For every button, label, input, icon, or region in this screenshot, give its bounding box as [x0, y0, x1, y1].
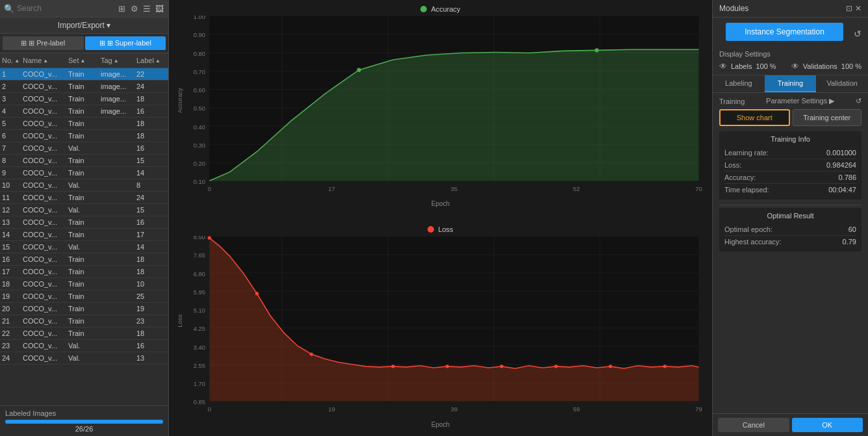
table-row[interactable]: 21 COCO_v... Train 23	[0, 315, 168, 327]
close-icon[interactable]: ✕	[855, 4, 862, 13]
loss-value: 0.984264	[826, 161, 856, 169]
left-panel: 🔍 ⊞ ⚙ ☰ 🖼 Import/Export ▾ ⊞ ⊞ Pre-label …	[0, 0, 169, 436]
table-row[interactable]: 7 COCO_v... Val. 16	[0, 142, 168, 155]
table-row[interactable]: 5 COCO_v... Train 18	[0, 118, 168, 130]
progress-bar	[5, 420, 163, 424]
loss-chart-area: 8.50 7.65 6.80 5.95 5.10 4.25 3.40 2.55 …	[175, 236, 706, 419]
svg-text:6.80: 6.80	[194, 270, 205, 277]
training-section: Training Parameter Settings ▶ ↺ Show cha…	[713, 93, 868, 261]
validations-text: Validations	[803, 62, 837, 70]
table-row[interactable]: 2 COCO_v... Train image... 24	[0, 81, 168, 93]
loss-chart-container: Loss 8.50 7.65 6.80 5.95 5.10 4.25 3.40	[169, 220, 712, 436]
svg-text:Accuracy: Accuracy	[176, 88, 183, 113]
validations-pct: 100 %	[841, 62, 862, 70]
table-row[interactable]: 17 COCO_v... Train 18	[0, 266, 168, 278]
import-export-bar[interactable]: Import/Export ▾	[0, 18, 168, 34]
show-chart-button[interactable]: Show chart	[719, 109, 790, 126]
svg-text:0.60: 0.60	[194, 86, 205, 94]
parameter-settings[interactable]: Parameter Settings ▶	[766, 97, 834, 105]
svg-text:39: 39	[451, 405, 457, 413]
search-icon: 🔍	[4, 4, 14, 14]
time-elapsed-label: Time elapsed:	[724, 186, 769, 194]
col-header-no[interactable]: No.▲	[0, 55, 21, 66]
table-row[interactable]: 8 COCO_v... Train 15	[0, 155, 168, 167]
maximize-icon[interactable]: ⊡	[846, 4, 852, 13]
table-row[interactable]: 12 COCO_v... Val. 15	[0, 204, 168, 216]
col-header-tag[interactable]: Tag▲	[99, 55, 134, 66]
display-settings: Display Settings 👁 Labels 100 % 👁 Valida…	[713, 46, 868, 75]
pre-label-button[interactable]: ⊞ ⊞ Pre-label	[3, 36, 84, 50]
labels-eye-icon[interactable]: 👁	[719, 62, 727, 71]
ok-button[interactable]: OK	[792, 418, 863, 432]
list-icon[interactable]: ☰	[142, 3, 152, 14]
optimal-epoch-row: Optimal epoch: 60	[724, 224, 856, 236]
highest-accuracy-label: Highest accuracy:	[724, 238, 781, 246]
svg-text:0.85: 0.85	[194, 399, 205, 406]
table-row[interactable]: 22 COCO_v... Train 18	[0, 327, 168, 340]
svg-point-41	[391, 365, 394, 368]
table-row[interactable]: 19 COCO_v... Train 25	[0, 290, 168, 303]
svg-text:0.90: 0.90	[194, 31, 205, 38]
refresh-icon[interactable]: ↺	[854, 29, 862, 39]
grid-icon[interactable]: ⊞	[117, 3, 127, 14]
image-icon[interactable]: 🖼	[155, 3, 164, 14]
tab-validation[interactable]: Validation	[816, 75, 868, 92]
labels-row: 👁 Labels 100 % 👁 Validations 100 %	[719, 62, 862, 71]
table-row[interactable]: 9 COCO_v... Train 14	[0, 167, 168, 179]
table-row[interactable]: 10 COCO_v... Val. 8	[0, 179, 168, 192]
search-input[interactable]	[17, 4, 114, 13]
accuracy-legend: Accuracy	[175, 5, 706, 13]
progress-text: 26/26	[5, 425, 163, 433]
training-center-button[interactable]: Training center	[793, 109, 862, 126]
svg-text:0.50: 0.50	[194, 105, 205, 112]
reset-icon[interactable]: ↺	[856, 97, 862, 105]
cancel-button[interactable]: Cancel	[718, 418, 789, 432]
time-elapsed-value: 00:04:47	[828, 186, 856, 194]
svg-text:19: 19	[328, 405, 335, 413]
svg-point-19	[594, 48, 598, 52]
accuracy-row: Accuracy: 0.786	[724, 172, 856, 184]
table-row[interactable]: 15 COCO_v... Val. 14	[0, 241, 168, 253]
filter-icon[interactable]: ⚙	[129, 3, 139, 14]
col-header-set[interactable]: Set▲	[66, 55, 99, 66]
tab-row: Labeling Training Validation	[713, 75, 868, 93]
table-row[interactable]: 11 COCO_v... Train 24	[0, 192, 168, 204]
svg-text:2.55: 2.55	[194, 362, 205, 369]
validations-eye-icon[interactable]: 👁	[791, 62, 799, 71]
table-row[interactable]: 6 COCO_v... Train 18	[0, 130, 168, 142]
svg-point-39	[255, 292, 259, 296]
svg-text:70: 70	[695, 185, 702, 192]
table-row[interactable]: 3 COCO_v... Train image... 18	[0, 93, 168, 105]
table-row[interactable]: 24 COCO_v... Val. 13	[0, 352, 168, 365]
table-row[interactable]: 23 COCO_v... Val. 16	[0, 340, 168, 352]
loss-legend: Loss	[175, 225, 706, 233]
svg-text:3.40: 3.40	[194, 344, 205, 351]
accuracy-chart-area: 1.00 0.90 0.80 0.70 0.60 0.50 0.40 0.30 …	[175, 16, 706, 199]
svg-text:0: 0	[208, 405, 211, 413]
svg-text:0: 0	[208, 185, 211, 192]
tab-training[interactable]: Training	[765, 75, 817, 92]
table-row[interactable]: 4 COCO_v... Train image... 16	[0, 105, 168, 118]
table-row[interactable]: 16 COCO_v... Train 18	[0, 253, 168, 266]
table-row[interactable]: 1 COCO_v... Train image... 22	[0, 68, 168, 81]
highest-accuracy-value: 0.79	[843, 238, 856, 246]
divider	[719, 205, 862, 205]
optimal-epoch-value: 60	[849, 225, 856, 233]
chart-buttons: Show chart Training center	[719, 109, 862, 126]
labeled-images-label: Labeled Images	[5, 409, 56, 417]
super-label-button[interactable]: ⊞ ⊞ Super-label	[85, 36, 166, 50]
svg-point-38	[208, 237, 211, 240]
svg-text:79: 79	[695, 405, 702, 413]
modules-header: Modules ⊡ ✕	[713, 0, 868, 18]
col-header-label[interactable]: Label▲	[134, 55, 167, 66]
table-row[interactable]: 18 COCO_v... Train 10	[0, 278, 168, 290]
super-label-icon: ⊞	[99, 39, 105, 47]
pre-label-icon: ⊞	[21, 39, 27, 47]
svg-text:7.65: 7.65	[194, 252, 205, 259]
table-row[interactable]: 20 COCO_v... Train 19	[0, 303, 168, 315]
table-row[interactable]: 14 COCO_v... Train 17	[0, 229, 168, 241]
table-row[interactable]: 13 COCO_v... Train 16	[0, 216, 168, 229]
instance-segmentation-button[interactable]: Instance Segmentation	[726, 23, 843, 41]
col-header-name[interactable]: Name▲	[21, 55, 66, 66]
tab-labeling[interactable]: Labeling	[713, 75, 765, 92]
